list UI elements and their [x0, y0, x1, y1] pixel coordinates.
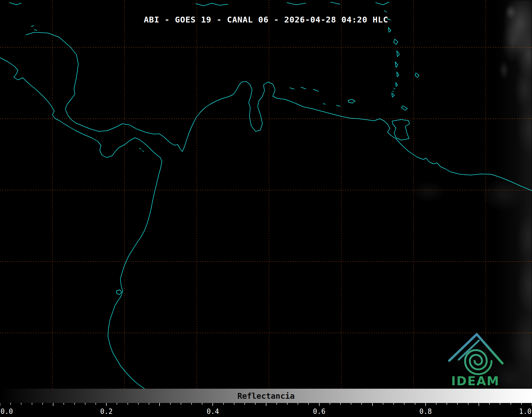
- coastline: [348, 99, 355, 103]
- colorbar-axis: 0.00.20.40.60.81.0: [0, 403, 532, 417]
- logo-text: IDEAM: [451, 374, 499, 388]
- map-overlay-svg: [0, 0, 532, 389]
- coastline: [376, 2, 389, 5]
- latlon-grid: [0, 0, 532, 389]
- satellite-image-viewer: ABI - GOES 19 - CANAL 06 - 2026-04-28 04…: [0, 0, 532, 417]
- coastline: [116, 290, 122, 295]
- coastline: [139, 148, 141, 149]
- coastline: [196, 3, 228, 6]
- coastline: [397, 72, 399, 77]
- coastline: [394, 39, 398, 44]
- tick-label: 0.2: [100, 407, 113, 415]
- tick-label: 0.6: [313, 407, 325, 415]
- coastline: [26, 32, 532, 191]
- coastline: [388, 28, 391, 32]
- coastline: [142, 151, 144, 152]
- coastline: [290, 88, 294, 89]
- coastline: [331, 2, 340, 4]
- colorbar-label: Reflectancia: [0, 391, 532, 401]
- tick-label: 0.4: [207, 407, 219, 415]
- coastline: [394, 88, 395, 89]
- logo-swirl-icon: [465, 350, 492, 374]
- coastline: [0, 58, 162, 389]
- coastline: [392, 93, 394, 97]
- coastline: [393, 91, 394, 92]
- colorbar: Reflectancia: [0, 389, 532, 403]
- tick-label: 1.0: [519, 407, 531, 415]
- coastline: [337, 105, 340, 106]
- coastline: [34, 30, 37, 30]
- coastline: [402, 106, 407, 110]
- coastline: [395, 62, 398, 67]
- coastline: [313, 89, 319, 91]
- coastline: [392, 120, 410, 140]
- satellite-map: ABI - GOES 19 - CANAL 06 - 2026-04-28 04…: [0, 0, 532, 389]
- coastline: [31, 26, 34, 26]
- coastline: [397, 51, 399, 57]
- coastline: [396, 83, 398, 86]
- coastline: [384, 11, 387, 12]
- tick-label-row: 0.00.20.40.60.81.0: [0, 403, 532, 417]
- coastlines: [0, 2, 532, 389]
- image-title: ABI - GOES 19 - CANAL 06 - 2026-04-28 04…: [0, 15, 532, 24]
- tick-label: 0.0: [1, 407, 13, 415]
- logo-mountain: [449, 334, 502, 363]
- coastline: [10, 3, 21, 5]
- coastline: [287, 3, 306, 5]
- coastline: [415, 73, 419, 77]
- ideam-logo: IDEAM: [447, 331, 504, 388]
- tick-label: 0.8: [419, 407, 432, 415]
- coastline: [301, 87, 306, 89]
- coastline: [323, 104, 325, 104]
